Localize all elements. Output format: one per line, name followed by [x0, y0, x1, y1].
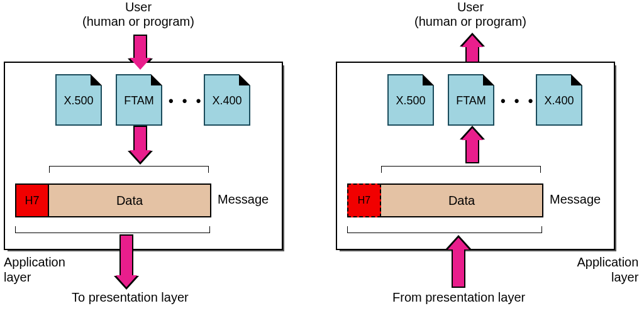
data-cell-left: Data: [49, 185, 210, 216]
file-x400-right: X.400: [536, 74, 582, 126]
user-text: User: [457, 0, 484, 14]
file-label: X.500: [389, 94, 433, 107]
file-x500-left: X.500: [55, 74, 102, 126]
file-label: X.500: [57, 94, 101, 107]
ellipsis-right: • • •: [501, 93, 535, 109]
file-x400-left: X.400: [204, 74, 250, 126]
application-layer-label-left: Application layer: [4, 255, 65, 285]
user-sub: (human or program): [414, 14, 526, 28]
arrow-user-to-ftam-left: [133, 35, 147, 58]
arrow-from-presentation-right: [452, 249, 465, 288]
data-cell-right: Data: [381, 185, 542, 216]
app-line1: Application: [577, 255, 639, 269]
ellipsis-left: • • •: [169, 93, 203, 109]
header-h7-right: H7: [347, 183, 381, 217]
user-text: User: [125, 0, 152, 14]
file-ftam-left: FTAM: [116, 74, 162, 126]
header-h7-left: H7: [16, 185, 49, 216]
arrow-to-presentation-left: [119, 234, 133, 276]
bottom-label-left: To presentation layer: [72, 290, 189, 305]
file-x500-right: X.500: [387, 74, 434, 126]
user-label-left: User (human or program): [69, 0, 208, 29]
bracket-bottom-right: [347, 226, 542, 233]
file-label: X.400: [537, 94, 581, 107]
file-label: FTAM: [117, 94, 161, 107]
user-sub: (human or program): [82, 14, 194, 28]
bracket-top-left: [49, 166, 209, 173]
file-label: FTAM: [449, 94, 493, 107]
arrow-data-to-ftam-right: [465, 140, 479, 163]
app-line2: layer: [576, 270, 638, 284]
bracket-top-right: [381, 166, 541, 173]
message-label-right: Message: [550, 192, 601, 207]
message-label-left: Message: [218, 192, 269, 207]
arrow-ftam-to-data-left: [133, 126, 147, 151]
file-label: X.400: [205, 94, 249, 107]
app-line1: Application: [4, 255, 65, 269]
user-label-right: User (human or program): [401, 0, 540, 29]
message-row-right: H7 Data: [380, 183, 543, 217]
application-layer-label-right: Application layer: [576, 255, 638, 285]
file-ftam-right: FTAM: [448, 74, 494, 126]
bracket-bottom-left: [15, 226, 210, 233]
message-row-left: H7 Data: [15, 183, 211, 217]
app-line2: layer: [4, 270, 31, 284]
bottom-label-right: From presentation layer: [392, 290, 525, 305]
